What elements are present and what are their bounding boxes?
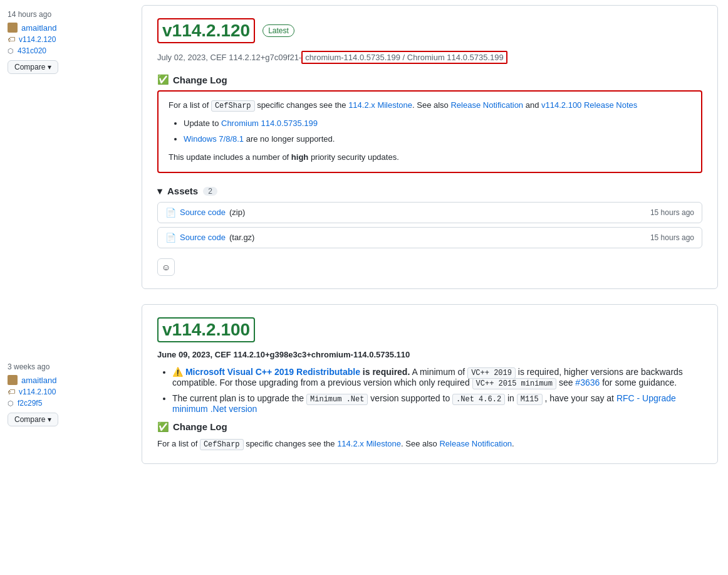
latest-badge: Latest	[263, 24, 294, 37]
milestone-link-2[interactable]: 114.2.x Milestone	[337, 439, 401, 448]
sidebar-user-1[interactable]: amaitland	[8, 23, 124, 33]
sidebar-section-1: 14 hours ago amaitland 🏷 v114.2.120 ⬡ 43…	[8, 10, 124, 74]
file-icon-targz: 📄	[165, 233, 176, 243]
targz-time: 15 hours ago	[650, 233, 694, 242]
changelog-intro-1: For a list of CefSharp specific changes …	[169, 99, 691, 112]
net462-code: .Net 4.6.2	[452, 394, 505, 405]
sidebar-user-2[interactable]: amaitland	[8, 375, 124, 385]
release-card-2: v114.2.100 June 09, 2023, CEF 114.2.10+g…	[142, 304, 718, 464]
security-note-1: This update includes a number of high pr…	[169, 151, 691, 164]
release-meta-1: July 02, 2023, CEF 114.2.12+g7c09f21-chr…	[157, 51, 702, 64]
changelog-header-2: ✅ Change Log	[157, 421, 702, 433]
commit-icon-2: ⬡	[8, 399, 14, 408]
release-notification-link-2[interactable]: Release Notification	[439, 439, 512, 448]
zip-time: 15 hours ago	[650, 208, 694, 217]
bullet-vcpp: ⚠️ Microsoft Visual C++ 2019 Redistribut…	[172, 367, 702, 388]
release-notes-link-1[interactable]: v114.2.100 Release Notes	[541, 100, 637, 110]
compare-button-1[interactable]: Compare ▾	[8, 60, 58, 74]
emoji-reaction-button-1[interactable]: ☺	[157, 258, 175, 276]
sidebar-commit-2[interactable]: ⬡ f2c29f5	[8, 399, 124, 408]
warning-icon-1: ⚠️	[172, 367, 183, 377]
release-notification-link-1[interactable]: Release Notification	[450, 100, 523, 110]
chevron-down-icon-2: ▾	[48, 415, 51, 424]
file-icon-zip: 📄	[165, 208, 176, 218]
page-layout: 14 hours ago amaitland 🏷 v114.2.120 ⬡ 43…	[0, 0, 728, 575]
bullet-item-2: Windows 7/8/8.1 are no longer supported.	[184, 133, 691, 146]
release-title-1: v114.2.120	[157, 18, 255, 43]
commit-icon-1: ⬡	[8, 47, 14, 55]
windows-link-1[interactable]: Windows 7/8/8.1	[184, 134, 244, 144]
cefsharp-code-1: CefSharp	[211, 100, 255, 112]
chromium-highlight-1: chromium-114.0.5735.199 / Chromium 114.0…	[301, 51, 507, 64]
release-card-1: v114.2.120 Latest July 02, 2023, CEF 114…	[142, 5, 718, 289]
checkbox-green-icon-1: ✅	[157, 74, 169, 85]
sidebar-commit-1[interactable]: ⬡ 431c020	[8, 46, 124, 55]
asset-left-targz: 📄 Source code (tar.gz)	[165, 233, 254, 243]
sidebar-tag-1[interactable]: 🏷 v114.2.120	[8, 35, 124, 44]
source-zip-link[interactable]: Source code	[180, 208, 226, 217]
vcpp-link[interactable]: Microsoft Visual C++ 2019 Redistributabl…	[185, 367, 360, 377]
rfc-link[interactable]: RFC - Upgrade minimum .Net version	[172, 393, 676, 414]
meta-date-1: July 02, 2023, CEF 114.2.12+g7c09f21-	[157, 53, 301, 62]
m115-code: M115	[517, 394, 543, 405]
sidebar-time-2: 3 weeks ago	[8, 362, 124, 371]
vcpp2019-code: VC++ 2019	[467, 367, 516, 379]
changelog-header-1: ✅ Change Log	[157, 74, 702, 85]
avatar-icon-2	[8, 375, 18, 385]
sidebar: 14 hours ago amaitland 🏷 v114.2.120 ⬡ 43…	[0, 0, 132, 575]
tag-icon-2: 🏷	[8, 388, 15, 396]
sidebar-time-1: 14 hours ago	[8, 10, 124, 19]
avatar-icon-1	[8, 23, 18, 33]
release-title-row-1: v114.2.120 Latest	[157, 18, 702, 43]
compare-button-2[interactable]: Compare ▾	[8, 413, 58, 426]
bullet-item-1: Update to Chromium 114.0.5735.199	[184, 117, 691, 130]
bullet-dotnet: The current plan is to upgrade the Minim…	[172, 393, 702, 414]
asset-item-targz: 📄 Source code (tar.gz) 15 hours ago	[157, 227, 702, 248]
milestone-link-1[interactable]: 114.2.x Milestone	[348, 100, 412, 110]
chromium-link-1[interactable]: Chromium 114.0.5735.199	[221, 119, 318, 128]
asset-left-zip: 📄 Source code (zip)	[165, 208, 245, 218]
release-title-2: v114.2.100	[157, 317, 255, 342]
release-title-row-2: v114.2.100	[157, 317, 702, 342]
cefsharp-code-2: CefSharp	[200, 439, 244, 450]
source-targz-link[interactable]: Source code	[180, 233, 226, 242]
checkbox-green-icon-2: ✅	[157, 421, 169, 433]
main-content: v114.2.120 Latest July 02, 2023, CEF 114…	[132, 0, 728, 575]
assets-section-1: ▾ Assets 2 📄 Source code (zip) 15 hours …	[157, 186, 702, 248]
vcpp2015-code: VC++ 2015 minimum	[472, 378, 556, 389]
zip-type: (zip)	[229, 208, 245, 217]
triangle-down-icon-1: ▾	[157, 186, 162, 197]
assets-count-1: 2	[203, 187, 217, 196]
asset-item-zip: 📄 Source code (zip) 15 hours ago	[157, 202, 702, 223]
tag-icon-1: 🏷	[8, 35, 15, 44]
changelog-box-1: For a list of CefSharp specific changes …	[157, 90, 702, 173]
sidebar-tag-2[interactable]: 🏷 v114.2.100	[8, 388, 124, 396]
minimum-net-code: Minimum .Net	[306, 394, 368, 405]
changelog-text-2: For a list of CefSharp specific changes …	[157, 438, 702, 451]
sidebar-section-2: 3 weeks ago amaitland 🏷 v114.2.100 ⬡ f2c…	[8, 362, 124, 426]
release-date-meta-2: June 09, 2023, CEF 114.2.10+g398e3c3+chr…	[157, 350, 702, 359]
assets-header-1: ▾ Assets 2	[157, 186, 702, 197]
targz-type: (tar.gz)	[229, 233, 254, 242]
issue3636-link[interactable]: #3636	[575, 377, 600, 388]
chevron-down-icon-1: ▾	[48, 63, 51, 71]
changelog-bullets-1: Update to Chromium 114.0.5735.199 Window…	[184, 117, 691, 146]
release-bullets-2: ⚠️ Microsoft Visual C++ 2019 Redistribut…	[172, 367, 702, 414]
